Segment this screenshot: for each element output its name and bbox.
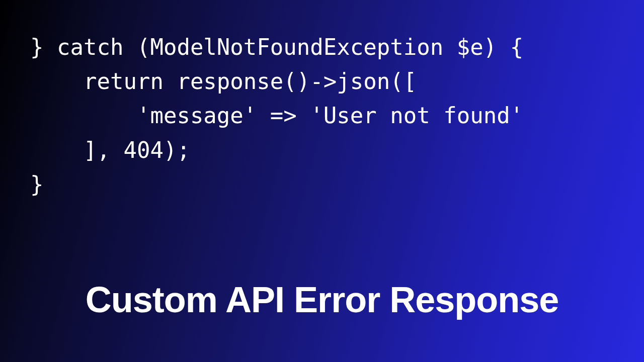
code-line: } catch (ModelNotFoundException $e) { <box>30 34 523 60</box>
slide-title: Custom API Error Response <box>0 279 644 320</box>
code-line: } <box>30 171 44 197</box>
code-line: 'message' => 'User not found' <box>30 103 523 128</box>
code-snippet: } catch (ModelNotFoundException $e) { re… <box>30 30 523 202</box>
code-line: ], 404); <box>30 137 190 163</box>
code-line: return response()->json([ <box>30 68 417 94</box>
